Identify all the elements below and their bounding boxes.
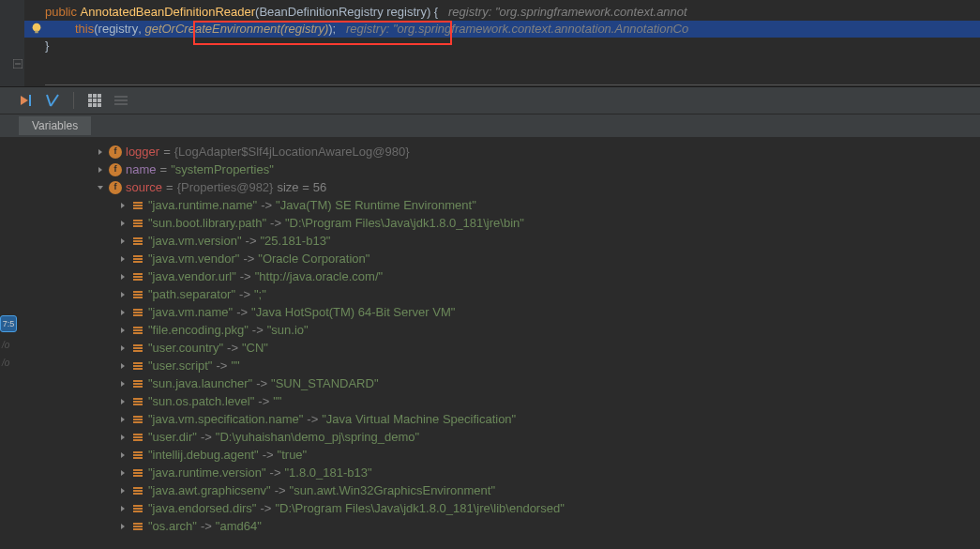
keyword: this — [75, 21, 94, 38]
property-icon — [131, 199, 144, 212]
field-icon: f — [109, 145, 122, 159]
property-icon — [131, 502, 144, 515]
separator — [73, 92, 74, 109]
property-icon — [131, 520, 144, 533]
property-icon — [131, 270, 144, 283]
map-entry-row[interactable]: "java.runtime.version" -> "1.8.0_181-b13… — [96, 464, 980, 481]
svg-rect-1 — [35, 31, 38, 34]
property-icon — [131, 377, 144, 390]
bulb-icon[interactable] — [30, 22, 43, 35]
map-entry-row[interactable]: "java.vm.vendor" -> "Oracle Corporation" — [96, 250, 980, 267]
list-view-icon[interactable] — [113, 93, 128, 108]
fold-icon[interactable] — [13, 56, 23, 66]
svg-line-5 — [47, 95, 51, 106]
property-icon — [131, 395, 144, 408]
inline-hint: registry: "org.springframework.context.a… — [448, 4, 687, 21]
separator — [45, 84, 980, 85]
field-icon: f — [109, 181, 122, 194]
property-icon — [131, 449, 144, 462]
svg-line-6 — [51, 95, 58, 106]
map-entry-row[interactable]: "java.vendor.url" -> "http://java.oracle… — [96, 267, 980, 285]
property-icon — [131, 288, 144, 301]
property-icon — [131, 342, 144, 355]
map-entry-row[interactable]: "os.arch" -> "amd64" — [96, 517, 980, 535]
code-line[interactable]: public AnnotatedBeanDefinitionReader ( B… — [45, 4, 980, 21]
property-icon — [131, 484, 144, 497]
map-entry-row[interactable]: "java.awt.graphicsenv" -> "sun.awt.Win32… — [96, 481, 980, 499]
property-icon — [131, 217, 144, 230]
debug-variables-pane[interactable]: 7:5 /o /o flogger = {LogAdapter$Slf4jLoc… — [0, 137, 980, 549]
map-entry-row[interactable]: "java.endorsed.dirs" -> "D:\Program File… — [96, 499, 980, 517]
map-entry-row[interactable]: "sun.os.patch.level" -> "" — [96, 392, 980, 410]
show-exec-point-icon[interactable] — [19, 93, 34, 108]
variable-row[interactable]: fname = "systemProperties" — [96, 160, 980, 178]
map-entry-row[interactable]: "path.separator" -> ";" — [96, 285, 980, 303]
svg-point-0 — [33, 23, 41, 32]
code-line[interactable]: } — [45, 38, 980, 54]
code-line-highlighted[interactable]: this ( registry , getOrCreateEnvironment… — [0, 21, 980, 38]
debug-toolbar — [0, 86, 980, 114]
variables-tab-bar: Variables — [0, 114, 980, 137]
property-icon — [131, 324, 144, 337]
property-icon — [131, 235, 144, 248]
map-entry-row[interactable]: "sun.java.launcher" -> "SUN_STANDARD" — [96, 374, 980, 392]
map-entry-row[interactable]: "file.encoding.pkg" -> "sun.io" — [96, 321, 980, 339]
map-entry-row[interactable]: "java.vm.name" -> "Java HotSpot(TM) 64-B… — [96, 303, 980, 321]
method-name: AnnotatedBeanDefinitionReader — [81, 4, 255, 21]
map-entry-row[interactable]: "intellij.debug.agent" -> "true" — [96, 446, 980, 464]
gutter — [0, 0, 24, 86]
keyword: public — [45, 4, 77, 21]
property-icon — [131, 466, 144, 480]
property-icon — [131, 252, 144, 266]
map-entry-row[interactable]: "user.script" -> "" — [96, 357, 980, 374]
code-editor[interactable]: public AnnotatedBeanDefinitionReader ( B… — [0, 0, 980, 86]
property-icon — [131, 431, 144, 444]
variable-row-expanded[interactable]: fsource = {Properties@982} size = 56 — [96, 178, 980, 196]
map-entry-row[interactable]: "java.vm.version" -> "25.181-b13" — [96, 232, 980, 250]
variable-row[interactable]: flogger = {LogAdapter$Slf4jLocationAware… — [96, 143, 980, 160]
inline-hint: registry: "org.springframework.context.a… — [346, 21, 688, 38]
map-entry-row[interactable]: "user.dir" -> "D:\yuhaishan\demo_pj\spri… — [96, 428, 980, 446]
property-icon — [131, 413, 144, 426]
property-icon — [131, 359, 144, 373]
variables-tab[interactable]: Variables — [19, 116, 91, 135]
frames-strip: 7:5 /o /o — [0, 278, 17, 549]
step-icon[interactable] — [45, 93, 60, 108]
map-entry-row[interactable]: "sun.boot.library.path" -> "D:\Program F… — [96, 214, 980, 232]
breakpoint-badge[interactable]: 7:5 — [0, 315, 17, 332]
table-view-icon[interactable] — [87, 93, 102, 108]
method-call: getOrCreateEnvironment — [144, 21, 280, 38]
map-entry-row[interactable]: "java.vm.specification.name" -> "Java Vi… — [96, 410, 980, 428]
property-icon — [131, 306, 144, 319]
map-entry-row[interactable]: "java.runtime.name" -> "Java(TM) SE Runt… — [96, 196, 980, 214]
field-icon: f — [109, 163, 122, 176]
map-entry-row[interactable]: "user.country" -> "CN" — [96, 339, 980, 357]
